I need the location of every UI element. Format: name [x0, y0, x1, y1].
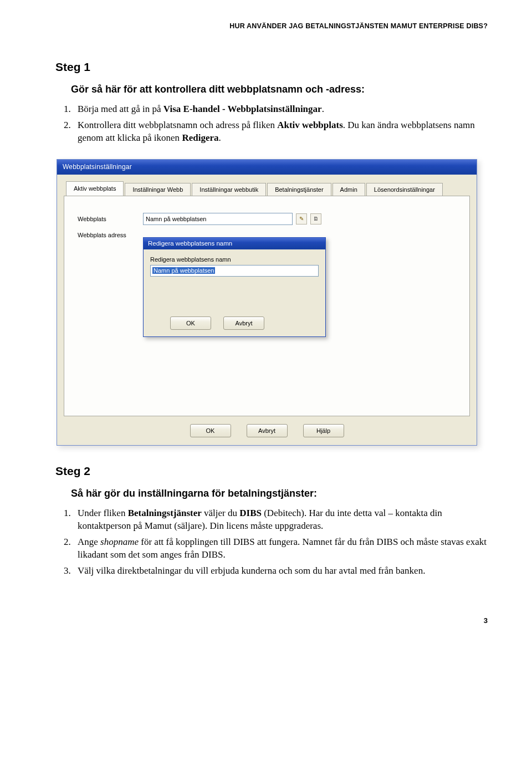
text-bold: DIBS [239, 508, 262, 518]
text: . [218, 132, 221, 143]
list-item: Ange shopname för att få kopplingen till… [73, 536, 488, 561]
list-item: Under fliken Betalningstjänster väljer d… [73, 507, 488, 533]
step1-list: Börja med att gå in på Visa E-handel - W… [61, 103, 488, 145]
step2-heading: Steg 2 [55, 464, 488, 478]
modal-cancel-button[interactable]: Avbryt [223, 317, 264, 330]
step1-heading: Steg 1 [55, 60, 488, 74]
text: Välj vilka direktbetalningar du vill erb… [78, 565, 425, 576]
modal-ok-button[interactable]: OK [170, 317, 211, 330]
cancel-button[interactable]: Avbryt [247, 424, 288, 437]
text-italic: shopname [100, 537, 139, 547]
text: för att få kopplingen till DIBS att fung… [78, 537, 487, 560]
step1-subheading: Gör så här för att kontrollera ditt webb… [71, 84, 488, 95]
tab-installningar-webbutik[interactable]: Inställningar webbutik [192, 183, 266, 196]
text: väljer du [202, 508, 239, 518]
step2-list: Under fliken Betalningstjänster väljer d… [61, 507, 488, 578]
new-button[interactable]: 🗎 [310, 213, 321, 224]
step2-subheading: Så här gör du inställningarna för betaln… [71, 488, 488, 499]
edit-name-modal: Redigera webbplatsens namn Redigera webb… [143, 237, 326, 337]
modal-message: Redigera webbplatsens namn [150, 256, 319, 263]
running-head: HUR ANVÄNDER JAG BETALNINGSTJÄNSTEN MAMU… [55, 22, 488, 30]
text: Under fliken [78, 508, 128, 518]
text: Ange [78, 537, 100, 547]
tab-installningar-webb[interactable]: Inställningar Webb [125, 183, 191, 196]
ok-button[interactable]: OK [190, 424, 231, 437]
page-number: 3 [55, 616, 488, 625]
tab-aktiv-webbplats[interactable]: Aktiv webbplats [66, 181, 124, 196]
modal-name-value: Namn på webbplatsen [152, 267, 215, 274]
text: . [322, 104, 324, 114]
text-bold: Aktiv webbplats [277, 120, 343, 130]
tab-losenordsinstallningar[interactable]: Lösenordsinställningar [366, 183, 443, 196]
webbplats-input[interactable]: Namn på webbplatsen [143, 213, 293, 225]
text-bold: Betalningstjänster [128, 508, 202, 518]
text: Börja med att gå in på [78, 104, 163, 114]
list-item: Börja med att gå in på Visa E-handel - W… [73, 103, 488, 116]
tab-panel: Webbplats Namn på webbplatsen ✎ 🗎 Webbpl… [64, 196, 470, 416]
tab-betalningstjanster[interactable]: Betalningstjänster [267, 183, 331, 196]
text-bold: Visa E-handel - Webbplatsinställningar [163, 104, 322, 114]
modal-titlebar: Redigera webbplatsens namn [144, 238, 325, 249]
settings-dialog: Webbplatsinställningar Aktiv webbplats I… [57, 159, 477, 446]
list-item: Välj vilka direktbetalningar du vill erb… [73, 565, 488, 578]
tab-strip: Aktiv webbplats Inställningar Webb Instä… [64, 181, 470, 196]
label-webbplats-adress: Webbplats adress [78, 232, 143, 238]
help-button[interactable]: Hjälp [303, 424, 344, 437]
pencil-icon: ✎ [299, 216, 304, 222]
sheet-icon: 🗎 [313, 216, 319, 222]
text: Kontrollera ditt webbplatsnamn och adres… [78, 120, 277, 130]
tab-admin[interactable]: Admin [332, 183, 365, 196]
edit-button[interactable]: ✎ [296, 213, 307, 224]
list-item: Kontrollera ditt webbplatsnamn och adres… [73, 119, 488, 145]
label-webbplats: Webbplats [78, 216, 143, 222]
text-bold: Redigera [182, 132, 218, 143]
dialog-titlebar: Webbplatsinställningar [57, 160, 477, 175]
modal-name-input[interactable]: Namn på webbplatsen [150, 265, 319, 277]
